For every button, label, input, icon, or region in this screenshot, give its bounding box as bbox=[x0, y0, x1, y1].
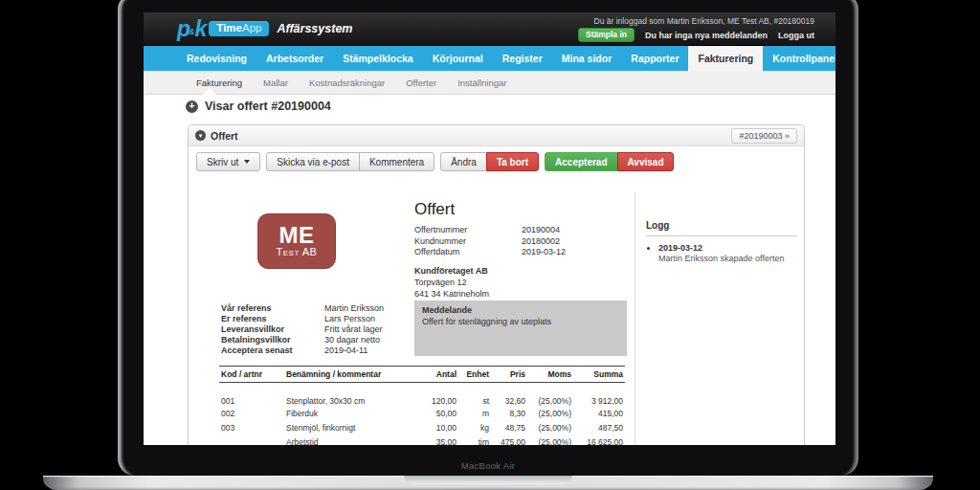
accept-by-row: Acceptera senast2019-04-11 bbox=[221, 345, 384, 356]
email-comment-group: Skicka via e-post Kommentera bbox=[266, 152, 434, 171]
log-entry-date: 2019-03-12 bbox=[658, 243, 797, 253]
nav-item-korjournal[interactable]: Körjournal bbox=[423, 46, 493, 71]
customer-street: Torpvägen 12 bbox=[414, 277, 489, 288]
nav-item-arbetsorder[interactable]: Arbetsorder bbox=[256, 46, 333, 71]
offer-panel: ▾ Offert #20190003 » Skriv ut Skicka via… bbox=[188, 124, 805, 445]
references-block: Vår referensMartin Eriksson Er referensL… bbox=[221, 303, 384, 356]
delivery-terms-row: LeveransvillkorFritt vårat lager bbox=[221, 324, 384, 335]
rejected-button[interactable]: Avvisad bbox=[617, 152, 675, 171]
accepted-button[interactable]: Accepterad bbox=[545, 152, 617, 171]
col-unit: Enhet bbox=[458, 367, 491, 383]
comment-button[interactable]: Kommentera bbox=[359, 152, 434, 171]
log-entry: 2019-03-12 Martin Eriksson skapade offer… bbox=[658, 243, 797, 263]
send-email-button[interactable]: Skicka via e-post bbox=[266, 152, 360, 171]
customer-address: Kundföretaget AB Torpvägen 12 641 34 Kat… bbox=[414, 265, 489, 300]
edit-delete-group: Ändra Ta bort bbox=[440, 152, 539, 171]
delete-button[interactable]: Ta bort bbox=[486, 152, 539, 171]
log-entry-text: Martin Eriksson skapade offerten bbox=[658, 254, 797, 263]
log-divider bbox=[646, 235, 797, 236]
subnav-item-mallar[interactable]: Mallar bbox=[253, 78, 299, 88]
message-box: Meddelande Offert för stenläggning av ut… bbox=[414, 301, 627, 356]
message-text: Offert för stenläggning av uteplats bbox=[422, 317, 619, 326]
col-price: Pris bbox=[491, 367, 527, 383]
col-name: Benämning / kommentar bbox=[284, 367, 420, 383]
col-code: Kod / artnr bbox=[219, 367, 284, 383]
messages-link[interactable]: Du har inga nya meddelanden bbox=[645, 31, 768, 40]
offer-meta: Offertnummer20190004 Kundnummer20180002 … bbox=[414, 225, 566, 258]
table-row: 003Stenmjöl, finkornigt10,00kg48,75(25,0… bbox=[219, 420, 625, 434]
accept-reject-group: Accepterad Avvisad bbox=[545, 152, 674, 171]
subnav-item-fakturering[interactable]: Fakturering bbox=[186, 78, 253, 88]
customer-city: 641 34 Katrineholm bbox=[414, 288, 489, 300]
subnav-item-offerter[interactable]: Offerter bbox=[395, 78, 447, 88]
nav-item-mina-sidor[interactable]: Mina sidor bbox=[552, 46, 622, 71]
log-title: Logg bbox=[646, 220, 797, 231]
edit-button[interactable]: Ändra bbox=[440, 152, 487, 171]
log-separator bbox=[635, 192, 635, 445]
pk-logo: p&k bbox=[177, 18, 205, 40]
panel-title: Offert bbox=[211, 130, 238, 142]
company-logo-name: Test AB bbox=[277, 246, 318, 257]
logout-link[interactable]: Logga ut bbox=[778, 31, 814, 40]
panel-header: ▾ Offert #20190003 » bbox=[189, 125, 804, 146]
nav-item-fakturering[interactable]: Fakturering bbox=[688, 46, 763, 71]
subnav: Fakturering Mallar Kostnadsräkningar Off… bbox=[144, 71, 835, 95]
customer-number-row: Kundnummer20180002 bbox=[414, 236, 566, 248]
brand[interactable]: p&k TimeApp Affärssystem bbox=[177, 18, 352, 40]
company-logo: ME Test AB bbox=[257, 213, 336, 269]
offer-number-row: Offertnummer20190004 bbox=[414, 225, 566, 236]
payment-terms-row: Betalningsvillkor30 dagar netto bbox=[221, 335, 384, 345]
company-logo-initials: ME bbox=[279, 225, 315, 246]
col-qty: Antal bbox=[420, 367, 458, 383]
table-row: Arbetstid35,00tim475,00(25,00%)16 625,00 bbox=[219, 434, 625, 445]
collapse-icon[interactable]: ▾ bbox=[195, 130, 206, 141]
print-button[interactable]: Skriv ut bbox=[196, 152, 260, 171]
user-actions: Stämpla in Du har inga nya meddelanden L… bbox=[578, 28, 814, 42]
table-row: 002Fiberduk50,00m8,30(25,00%)415,00 bbox=[219, 406, 625, 420]
document-title: Offert bbox=[414, 200, 455, 219]
macbook-base-notch bbox=[404, 476, 572, 484]
log-panel: Logg 2019-03-12 Martin Eriksson skapade … bbox=[646, 220, 797, 263]
timeapp-logo-badge: TimeApp bbox=[209, 21, 269, 37]
table-row: 001Stenplattor, 30x30 cm120,00st32,60(25… bbox=[219, 383, 625, 407]
active-tab-notch bbox=[203, 88, 216, 95]
page-title: Visar offert #20190004 bbox=[205, 100, 331, 113]
macbook-base bbox=[43, 476, 933, 490]
subnav-item-kostnadsrakningar[interactable]: Kostnadsräkningar bbox=[299, 78, 395, 88]
col-vat: Moms bbox=[527, 367, 573, 383]
subnav-item-installningar[interactable]: Inställningar bbox=[447, 78, 517, 88]
our-reference-row: Vår referensMartin Eriksson bbox=[221, 303, 384, 314]
caret-down-icon bbox=[244, 160, 250, 164]
nav-item-kontrollpanel[interactable]: Kontrollpanel bbox=[763, 46, 835, 71]
items-table-header: Kod / artnr Benämning / kommentar Antal … bbox=[219, 367, 625, 383]
user-area: Du är inloggad som Martin Eriksson, ME T… bbox=[578, 15, 814, 42]
stamp-in-button[interactable]: Stämpla in bbox=[578, 28, 635, 42]
col-sum: Summa bbox=[573, 367, 625, 383]
toolbar: Skriv ut Skicka via e-post Kommentera Än… bbox=[196, 152, 674, 171]
nav-item-redovisning[interactable]: Redovisning bbox=[177, 46, 256, 71]
nav-item-register[interactable]: Register bbox=[493, 46, 552, 71]
message-label: Meddelande bbox=[422, 305, 619, 315]
brand-suffix: Affärssystem bbox=[277, 22, 352, 35]
nav-item-stampelklocka[interactable]: Stämpelklocka bbox=[333, 46, 423, 71]
page-title-row: + Visar offert #20190004 bbox=[186, 100, 331, 113]
items-table: Kod / artnr Benämning / kommentar Antal … bbox=[219, 366, 625, 445]
nav-item-rapporter[interactable]: Rapporter bbox=[621, 46, 688, 71]
prev-offer-button[interactable]: #20190003 » bbox=[731, 128, 797, 144]
offer-date-row: Offertdatum2019-03-12 bbox=[414, 247, 566, 258]
login-status: Du är inloggad som Martin Eriksson, ME T… bbox=[578, 15, 814, 27]
app-topbar: p&k TimeApp Affärssystem Du är inloggad … bbox=[144, 12, 835, 46]
circle-plus-icon[interactable]: + bbox=[186, 100, 198, 113]
main-nav: Redovisning Arbetsorder Stämpelklocka Kö… bbox=[144, 46, 835, 71]
macbook-screen: p&k TimeApp Affärssystem Du är inloggad … bbox=[144, 12, 835, 445]
your-reference-row: Er referensLars Persson bbox=[221, 314, 384, 324]
macbook-label: MacBook Air bbox=[118, 460, 858, 471]
customer-name: Kundföretaget AB bbox=[414, 265, 489, 277]
